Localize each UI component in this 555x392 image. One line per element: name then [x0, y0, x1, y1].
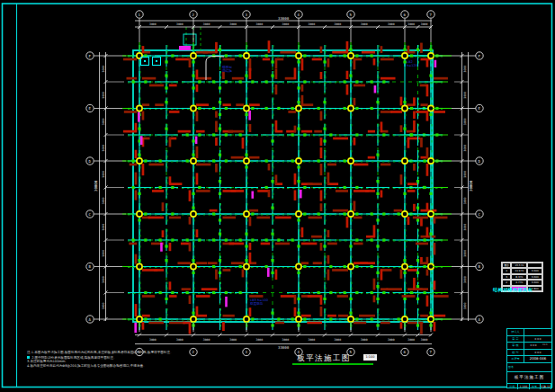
- title-block-bottom-label: 图号: [530, 384, 541, 389]
- svg-text:3000: 3000: [309, 22, 316, 26]
- general-note-2: 2.图中阴影部分表示板面降标高区域,降板高度详平面标注。: [27, 356, 117, 360]
- slab-annotation-1: 楼梯间详结施: [222, 66, 232, 73]
- svg-text:3000: 3000: [335, 22, 342, 26]
- title-block: 设计人审 定×××审 核×××08.6校 对×××工程号2008-046 图名 …: [506, 328, 552, 388]
- title-block-bottom-label: 比例: [507, 384, 518, 389]
- title-block-row-3: 审 核×××08.6: [507, 343, 551, 350]
- svg-text:3000: 3000: [256, 22, 264, 26]
- svg-text:3000: 3000: [309, 338, 316, 342]
- note-highlight-square: [27, 356, 30, 359]
- title-block-drawing-name: 板平法施工图: [507, 372, 551, 384]
- svg-text:3000: 3000: [421, 338, 428, 342]
- title-block-label: 校 对: [507, 350, 524, 356]
- svg-text:3000: 3000: [361, 22, 368, 26]
- title-block-rows: 设计人审 定×××审 核×××08.6校 对×××工程号2008-046: [507, 329, 551, 363]
- svg-text:3000: 3000: [229, 22, 237, 26]
- general-note-3: 3.未注明板厚均为100mm。: [27, 360, 68, 363]
- svg-text:3000: 3000: [463, 145, 467, 152]
- title-block-value: ×××: [524, 343, 542, 349]
- title-block-label: 审 定: [507, 336, 524, 343]
- title-block-bottom-value: 结施-12: [541, 384, 552, 389]
- dimension-chains: 3000300030003000300030003000300030003000…: [86, 11, 483, 356]
- title-block-label: 工程号: [507, 356, 524, 362]
- svg-text:3000: 3000: [102, 302, 105, 309]
- svg-text:3000: 3000: [256, 338, 264, 342]
- svg-text:3000: 3000: [463, 92, 467, 99]
- svg-text:3000: 3000: [463, 250, 467, 257]
- svg-text:30000: 30000: [94, 180, 98, 192]
- title-block-row-1: 设计人: [507, 329, 551, 336]
- svg-text:3000: 3000: [463, 197, 467, 204]
- svg-text:3000: 3000: [102, 118, 105, 125]
- svg-text:3000: 3000: [407, 22, 415, 26]
- svg-text:3000: 3000: [463, 118, 467, 125]
- title-block-value: ×××: [524, 336, 551, 343]
- slab-annotation-2: LB2h=120: [407, 60, 417, 67]
- slab-annotation-3: LB3 h=100双层双向: [250, 298, 268, 306]
- svg-text:3000: 3000: [407, 338, 415, 342]
- svg-text:3000: 3000: [149, 22, 157, 26]
- svg-text:3000: 3000: [282, 22, 290, 26]
- svg-text:3000: 3000: [463, 276, 467, 283]
- svg-text:3000: 3000: [203, 22, 210, 26]
- svg-text:3000: 3000: [203, 338, 210, 342]
- beam-symbols: [123, 40, 449, 334]
- cad-drawing-stage: 3000300030003000300030003000300030003000…: [0, 0, 555, 392]
- svg-text:3000: 3000: [102, 92, 105, 99]
- svg-text:33000: 33000: [278, 345, 290, 350]
- svg-text:3000: 3000: [282, 338, 290, 342]
- drawing-scale: 1:100: [363, 354, 377, 361]
- title-block-bottom-row: 比例1:100图号结施-12: [507, 384, 551, 389]
- floor-plan-drawing: 3000300030003000300030003000300030003000…: [0, 0, 555, 392]
- svg-text:3000: 3000: [388, 22, 395, 26]
- general-note-4: 4.板内未注明分布筋均为Φ8@200,施工时应与各专业图纸配合预留洞口,不得后凿…: [27, 364, 147, 368]
- svg-text:3000: 3000: [102, 197, 105, 204]
- title-block-row-4: 校 对×××: [507, 350, 551, 357]
- svg-text:3000: 3000: [176, 338, 184, 342]
- svg-text:3000: 3000: [421, 22, 428, 26]
- svg-text:3000: 3000: [102, 224, 105, 231]
- svg-text:3000: 3000: [102, 171, 105, 178]
- svg-text:3000: 3000: [335, 338, 342, 342]
- svg-text:3000: 3000: [229, 338, 237, 342]
- title-underline: [292, 363, 373, 365]
- title-block-value: ×××: [524, 350, 551, 356]
- title-block-label: 审 核: [507, 343, 524, 349]
- general-note-1: 注:1.本图为板平法施工图,板面标高均为结构标高,未注明板顶标高者同本层结构标高…: [27, 351, 174, 354]
- grid-lines: [133, 50, 433, 322]
- title-block-bottom-value: 1:100: [518, 384, 530, 389]
- storey-elevation-caption: 结构层楼面标高表: [493, 287, 533, 292]
- svg-text:3000: 3000: [463, 66, 467, 73]
- title-block-row-2: 审 定×××: [507, 336, 551, 343]
- title-block-extra: 08.6: [542, 343, 551, 349]
- svg-text:3000: 3000: [102, 66, 105, 73]
- svg-text:3000: 3000: [176, 22, 184, 26]
- svg-text:3000: 3000: [463, 302, 467, 309]
- svg-text:3000: 3000: [463, 171, 467, 178]
- title-block-value: [524, 329, 551, 335]
- svg-text:3000: 3000: [102, 250, 105, 257]
- title-block-row-5: 工程号2008-046: [507, 356, 551, 363]
- svg-text:30000: 30000: [469, 180, 473, 192]
- svg-text:3000: 3000: [361, 338, 368, 342]
- svg-text:3000: 3000: [102, 145, 105, 152]
- svg-text:3000: 3000: [102, 276, 105, 283]
- svg-text:33000: 33000: [278, 16, 290, 21]
- title-block-name-label: 图名: [507, 363, 551, 372]
- svg-text:3000: 3000: [388, 338, 395, 342]
- title-block-label: 设计人: [507, 329, 524, 335]
- svg-text:3000: 3000: [463, 224, 467, 231]
- svg-text:3000: 3000: [149, 338, 157, 342]
- title-block-value: 2008-046: [524, 356, 551, 362]
